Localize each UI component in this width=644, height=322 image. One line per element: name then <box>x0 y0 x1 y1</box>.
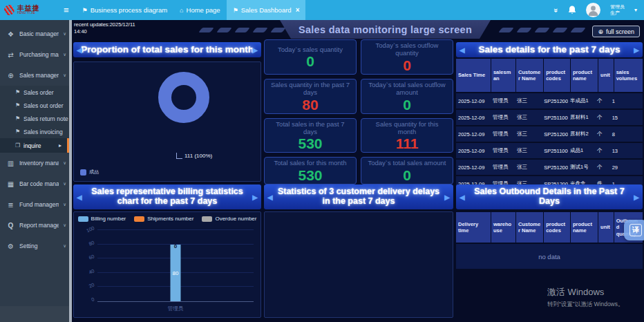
outbound-panel-title: ◀ Sales Outbound Details in the Past 7 D… <box>456 184 643 209</box>
sidebar-item-sales-out-order[interactable]: ⚑ Sales out order <box>0 99 69 112</box>
legend-swatch[interactable] <box>80 169 86 176</box>
chevron-down-icon: ∨ <box>63 243 66 249</box>
kpi-label: Total sales for this month <box>274 159 346 167</box>
logo-subtitle: FENG YI JIE <box>17 12 40 15</box>
recent-updates: recent updates:2025/12/11 14:40 <box>74 21 135 35</box>
column-header: product codes <box>544 212 570 243</box>
sidebar-item-bar-code-management[interactable]: ▦ Bar code management ∨ <box>0 173 69 194</box>
y-tick: 40 <box>80 268 95 278</box>
user-role: 生产 <box>610 10 625 17</box>
avatar[interactable] <box>586 3 600 17</box>
column-header: product name <box>571 212 598 243</box>
sales-details-title: ◀ Sales details for the past 7 days ▶ <box>456 42 643 57</box>
donut-legend: 成品 <box>80 169 99 176</box>
sidebar-item-fund-management[interactable]: ≣ Fund management ∨ <box>0 194 69 215</box>
scrollbar[interactable] <box>69 20 72 322</box>
sidebar-item-label: Sales out order <box>23 102 69 109</box>
tab-sales-dashboard[interactable]: ⚑ Sales Dashboard × <box>227 0 306 20</box>
carousel-right-icon[interactable]: ▶ <box>634 193 639 201</box>
billing-bar[interactable]: 0 80 <box>171 245 181 301</box>
kpi-card: Today`s total sales outflow amount0 <box>361 79 453 114</box>
sidebar-item-purchasing-management[interactable]: ⇄ Purchasing management ∨ <box>0 44 69 65</box>
sidebar-item-label: Fund management <box>19 201 59 208</box>
barcode-card-icon: ▦ <box>6 180 15 188</box>
chevron-down-icon: ∨ <box>63 73 66 78</box>
label-connector <box>176 153 182 159</box>
billing-chart-panel: Billing number Shipments number Overdue … <box>73 211 261 318</box>
billing-chart-plot: 0 20 40 60 80 100 0 80 管理员 <box>97 230 254 302</box>
chart-legend: Billing number Shipments number Overdue … <box>74 216 261 222</box>
sales-management-submenu: ⚑ Sales order ⚑ Sales out order ⚑ Sales … <box>0 86 69 153</box>
kpi-label: Sales quantity for this month <box>367 120 447 136</box>
y-tick: 0 <box>80 296 95 307</box>
sidebar-item-inventory-management[interactable]: ▥ Inventory management ∨ <box>0 153 69 173</box>
sidebar-item-label: Bar code management <box>19 180 59 187</box>
sidebar-item-sales-management[interactable]: ⊕ Sales management ∨ <box>0 65 69 86</box>
carousel-left-icon[interactable]: ◀ <box>77 46 82 54</box>
collapse-chevrons-icon[interactable]: » <box>552 8 560 12</box>
flag-icon: ⚑ <box>82 7 88 14</box>
carousel-left-icon[interactable]: ◀ <box>460 193 465 201</box>
table-row[interactable]: 2025-12-09管理员张三SP25120000原材料2个8 <box>456 126 643 142</box>
legend-item[interactable]: Overdue number <box>202 216 256 222</box>
carousel-right-icon[interactable]: ▶ <box>634 46 639 54</box>
y-tick: 20 <box>80 283 95 293</box>
tab-business-process-diagram[interactable]: ⚑ Business process diagram <box>76 0 174 20</box>
table-row[interactable]: 2025-12-09管理员张三SP25110000成品1个13 <box>456 143 643 158</box>
translate-button[interactable]: 译 <box>624 220 644 240</box>
carousel-left-icon[interactable]: ◀ <box>77 193 82 201</box>
coins-icon: ≣ <box>6 201 15 209</box>
sidebar-item-sales-invoicing[interactable]: ⚑ Sales invoicing <box>0 125 69 138</box>
legend-swatch <box>134 216 144 222</box>
carousel-right-icon[interactable]: ▶ <box>252 46 258 54</box>
kpi-label: Today`s total sales outflow amount <box>367 81 447 97</box>
table-row[interactable]: 2025-12-09管理员张三SP25110000原材料1个15 <box>456 110 643 125</box>
donut-chart[interactable] <box>158 72 209 123</box>
menu-toggle-icon[interactable]: ≡ <box>64 5 69 15</box>
column-header: salesman <box>491 59 515 92</box>
column-header: Sales Time <box>456 59 491 92</box>
carousel-left-icon[interactable]: ◀ <box>267 193 273 201</box>
table-row[interactable]: 2025-12-09管理员张三SP25120000半成品1个1 <box>456 93 643 108</box>
column-header: Customer Name <box>516 212 543 243</box>
bell-icon[interactable] <box>568 6 576 15</box>
sidebar-item-label: Purchasing management <box>19 51 59 58</box>
kpi-label: Total sales in the past 7 days <box>270 120 350 136</box>
no-data-message: no data <box>456 244 643 269</box>
bar-zero-label: 0 <box>171 243 181 249</box>
caret-down-icon[interactable]: ▾ <box>634 7 637 13</box>
table-row[interactable]: 2025-12-09管理员张三SP25120000测试1号个29 <box>456 160 643 175</box>
arrow-right-icon: ▸ <box>59 142 61 149</box>
sidebar-item-sales-return-note[interactable]: ⚑ Sales return note <box>0 112 69 125</box>
decor-dashes-right <box>500 28 584 32</box>
sidebar-item-report-management[interactable]: Q Report management ∨ <box>0 215 69 236</box>
donut-data-label: 111 (100%) <box>176 153 212 159</box>
column-header: unit <box>598 212 614 243</box>
full-screen-button[interactable]: ⊕ full screen <box>592 26 640 37</box>
sidebar-item-sales-order[interactable]: ⚑ Sales order <box>0 86 69 99</box>
carousel-right-icon[interactable]: ▶ <box>444 193 450 201</box>
sidebar-item-inquire[interactable]: ❐ inquire ▸ <box>0 138 69 153</box>
x-axis-label: 管理员 <box>168 305 184 312</box>
kpi-label: Today`s total sales amount <box>368 159 446 167</box>
table-header: Delivery time warehouse Customer Name pr… <box>456 212 643 243</box>
shuffle-icon: ⇄ <box>6 51 15 59</box>
legend-label: Overdue number <box>215 216 256 222</box>
carousel-left-icon[interactable]: ◀ <box>460 46 465 54</box>
kpi-value: 530 <box>298 136 322 151</box>
flag-icon: ⚑ <box>15 129 21 135</box>
close-tab-icon[interactable]: × <box>296 6 300 14</box>
column-header: product name <box>571 59 598 92</box>
kpi-label: Sales quantity in the past 7 days <box>270 81 350 97</box>
sidebar: ❖ Basic management ∨ ⇄ Purchasing manage… <box>0 20 69 322</box>
legend-item[interactable]: Shipments number <box>134 216 193 222</box>
tab-home-page[interactable]: ⌂ Home page <box>173 0 227 20</box>
tab-bar: ⚑ Business process diagram ⌂ Home page ⚑… <box>76 0 306 20</box>
sidebar-item-basic-management[interactable]: ❖ Basic management ∨ <box>0 23 69 44</box>
y-tick: 100 <box>80 225 95 236</box>
chevron-down-icon: ∨ <box>63 202 66 207</box>
carousel-right-icon[interactable]: ▶ <box>252 193 258 201</box>
page-title: Sales data monitoring large screen <box>299 24 472 35</box>
legend-item[interactable]: Billing number <box>78 216 126 222</box>
sidebar-item-setting[interactable]: ⚙ Setting ∨ <box>0 236 69 256</box>
